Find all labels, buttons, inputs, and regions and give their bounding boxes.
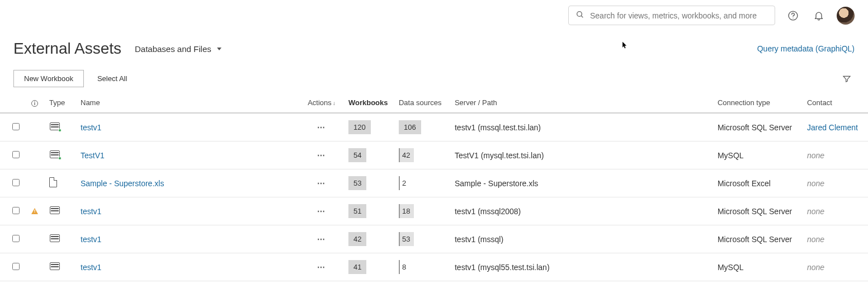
help-icon[interactable]: [785, 8, 801, 23]
workbooks-count[interactable]: 54: [348, 148, 366, 162]
column-workbooks[interactable]: Workbooks: [344, 93, 394, 113]
contact: none: [807, 179, 824, 188]
workbooks-count[interactable]: 41: [348, 260, 366, 274]
filter-icon[interactable]: [839, 71, 855, 87]
column-data-sources[interactable]: Data sources: [394, 93, 450, 113]
select-all-button[interactable]: Select All: [97, 74, 127, 83]
server-path: testv1 (mssql.test.tsi.lan): [450, 113, 713, 141]
table-row: testv1⋯4253testv1 (mssql)Microsoft SQL S…: [0, 225, 868, 253]
asset-name-link[interactable]: Sample - Superstore.xls: [81, 179, 164, 188]
data-sources-count[interactable]: 18: [399, 204, 414, 218]
row-actions-menu[interactable]: ⋯: [317, 263, 326, 272]
asset-name-link[interactable]: testv1: [81, 123, 101, 132]
data-sources-count[interactable]: 106: [399, 120, 421, 134]
connection-type: Microsoft SQL Server: [713, 197, 803, 225]
server-path: testv1 (mysql55.test.tsi.lan): [450, 253, 713, 281]
row-actions-menu[interactable]: ⋯: [317, 151, 326, 160]
contact: none: [807, 151, 824, 160]
column-contact[interactable]: Contact: [803, 93, 868, 113]
svg-line-1: [581, 16, 583, 17]
asset-name-link[interactable]: testv1: [81, 207, 101, 216]
connection-type: Microsoft SQL Server: [713, 113, 803, 141]
data-sources-count[interactable]: 8: [399, 260, 410, 274]
avatar[interactable]: [837, 7, 855, 25]
contact: none: [807, 207, 824, 216]
column-checkbox: [0, 93, 25, 113]
database-icon: [49, 206, 60, 215]
status-header-icon: [31, 100, 38, 107]
asset-type-dropdown[interactable]: Databases and Files: [135, 44, 221, 54]
row-actions-menu[interactable]: ⋯: [317, 123, 326, 132]
database-connected-icon: [49, 150, 60, 159]
row-actions-menu[interactable]: ⋯: [317, 235, 326, 244]
database-connected-icon: [49, 122, 60, 131]
notifications-icon[interactable]: [811, 8, 827, 23]
connection-type: MySQL: [713, 141, 803, 169]
svg-point-0: [577, 12, 582, 17]
table-row: Sample - Superstore.xls⋯532Sample - Supe…: [0, 169, 868, 197]
server-path: Sample - Superstore.xls: [450, 169, 713, 197]
row-checkbox[interactable]: [12, 151, 20, 158]
contact[interactable]: Jared Clement: [807, 123, 858, 132]
asset-name-link[interactable]: TestV1: [81, 151, 105, 160]
file-icon: [49, 177, 57, 187]
warning-icon: [31, 208, 38, 214]
column-type[interactable]: Type: [45, 93, 76, 113]
table-row: testv1⋯5118testv1 (mssql2008)Microsoft S…: [0, 197, 868, 225]
row-checkbox[interactable]: [12, 123, 20, 130]
asset-type-dropdown-label: Databases and Files: [135, 44, 211, 54]
search-box[interactable]: [568, 6, 775, 25]
database-icon: [49, 234, 60, 243]
table-row: testv1⋯418testv1 (mysql55.test.tsi.lan)M…: [0, 253, 868, 281]
search-input[interactable]: [590, 11, 768, 20]
workbooks-count[interactable]: 42: [348, 232, 366, 246]
search-icon: [575, 10, 584, 21]
contact: none: [807, 235, 824, 244]
connection-type: MySQL: [713, 253, 803, 281]
svg-point-3: [792, 17, 793, 18]
server-path: testv1 (mssql2008): [450, 197, 713, 225]
database-icon: [49, 262, 60, 271]
table-row: TestV1⋯5442TestV1 (mysql.test.tsi.lan)My…: [0, 141, 868, 169]
table-row: testv1⋯418testv1 (mssql2005)Microsoft SQ…: [0, 281, 868, 289]
data-sources-count[interactable]: 42: [399, 148, 414, 162]
workbooks-count[interactable]: 53: [348, 176, 366, 190]
workbooks-count[interactable]: 51: [348, 204, 366, 218]
assets-table: Type Name Actions↓ Workbooks Data source…: [0, 93, 868, 288]
workbooks-count[interactable]: 120: [348, 120, 371, 134]
contact: none: [807, 263, 824, 272]
row-actions-menu[interactable]: ⋯: [317, 179, 326, 188]
connection-type: Microsoft Excel: [713, 169, 803, 197]
column-name[interactable]: Name: [76, 93, 299, 113]
row-actions-menu[interactable]: ⋯: [317, 207, 326, 216]
query-metadata-link[interactable]: Query metadata (GraphiQL): [757, 44, 855, 53]
column-connection-type[interactable]: Connection type: [713, 93, 803, 113]
table-row: testv1⋯120106testv1 (mssql.test.tsi.lan)…: [0, 113, 868, 141]
column-server-path[interactable]: Server / Path: [450, 93, 713, 113]
new-workbook-button[interactable]: New Workbook: [13, 70, 84, 87]
data-sources-count[interactable]: 53: [399, 232, 414, 246]
asset-name-link[interactable]: testv1: [81, 235, 101, 244]
server-path: TestV1 (mysql.test.tsi.lan): [450, 141, 713, 169]
row-checkbox[interactable]: [12, 179, 20, 186]
server-path: testv1 (mssql): [450, 225, 713, 253]
data-sources-count[interactable]: 2: [399, 176, 410, 190]
column-actions[interactable]: Actions↓: [299, 93, 344, 113]
chevron-down-icon: [217, 48, 221, 50]
connection-type: Microsoft SQL Server: [713, 225, 803, 253]
server-path: testv1 (mssql2005): [450, 281, 713, 289]
row-checkbox[interactable]: [12, 235, 20, 242]
connection-type: Microsoft SQL Server: [713, 281, 803, 289]
row-checkbox[interactable]: [12, 207, 20, 214]
column-status[interactable]: [25, 93, 45, 113]
page-title: External Assets: [13, 40, 121, 58]
row-checkbox[interactable]: [12, 263, 20, 270]
asset-name-link[interactable]: testv1: [81, 263, 101, 272]
